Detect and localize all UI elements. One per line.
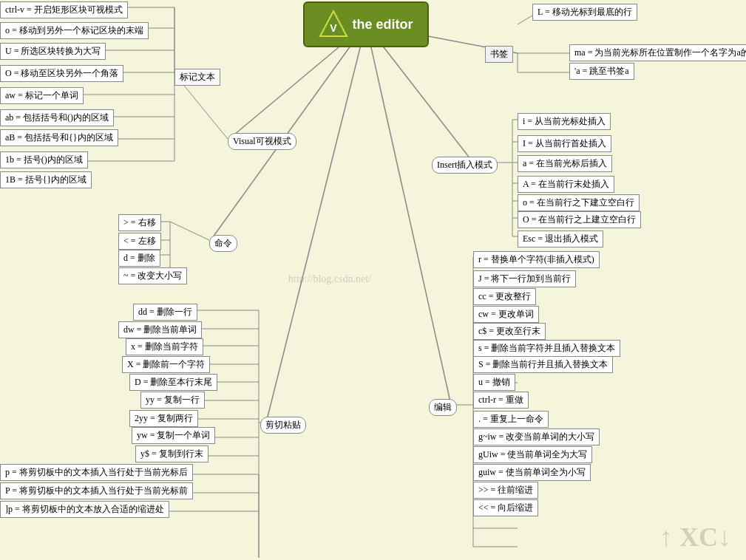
watermark-text: http://blog.csdn.net/ <box>288 273 371 285</box>
node-edit-mode: 编辑 <box>429 399 457 416</box>
cmd-item-0: > = 右移 <box>118 214 161 231</box>
ins-item-3: A = 在当前行末处插入 <box>518 176 614 193</box>
visual-item-3: O = 移动至区块另外一个角落 <box>0 65 123 82</box>
cp-item-11: ]p = 将剪切板中的文本放入合适的缩进处 <box>0 501 169 518</box>
svg-line-4 <box>266 24 366 423</box>
mindmap-container: V the editor L = 移动光标到最底的行 书签 ma = 为当前光标… <box>0 0 746 560</box>
node-bookmark-0: ma = 为当前光标所在位置制作一个名字为a的书签 <box>569 44 746 61</box>
visual-item-4: aw = 标记一个单词 <box>0 87 84 104</box>
edit-item-1: J = 将下一行加到当前行 <box>473 270 576 287</box>
node-insert-mode: Insert插入模式 <box>432 157 498 174</box>
cp-item-7: yw = 复制一个单词 <box>132 427 215 444</box>
node-mark-text: 标记文本 <box>174 69 220 86</box>
cp-item-1: dw = 删除当前单词 <box>118 321 202 338</box>
edit-item-7: u = 撤销 <box>473 374 515 391</box>
ins-item-5: O = 在当前行之上建立空白行 <box>518 211 641 228</box>
edit-item-14: << = 向后缩进 <box>473 499 538 516</box>
visual-mode-label: Visual可视模式 <box>233 136 291 146</box>
command-mode-label: 命令 <box>214 238 232 248</box>
ins-item-4: o = 在当前行之下建立空白行 <box>518 194 640 211</box>
svg-line-3 <box>366 24 451 405</box>
cp-item-3: X = 删除前一个字符 <box>122 356 210 373</box>
edit-item-10: g~iw = 改变当前单词的大小写 <box>473 428 600 445</box>
visual-item-0: ctrl-v = 开启矩形区块可视模式 <box>0 1 128 18</box>
svg-line-18 <box>170 222 209 240</box>
edit-item-2: cc = 更改整行 <box>473 288 536 305</box>
visual-item-7: 1b = 括号()内的区域 <box>0 151 88 168</box>
svg-text:V: V <box>330 22 338 34</box>
edit-item-9: . = 重复上一命令 <box>473 411 549 428</box>
node-command-mode: 命令 <box>209 235 237 252</box>
svg-line-1 <box>211 24 366 240</box>
cp-item-8: y$ = 复制到行末 <box>135 445 208 462</box>
cp-item-0: dd = 删除一行 <box>133 304 197 321</box>
edit-item-5: s = 删除当前字符并且插入替换文本 <box>473 340 620 357</box>
visual-item-5: ab = 包括括号和()内的区域 <box>0 109 114 126</box>
visual-item-6: aB = 包括括号和{}内的区域 <box>0 129 118 146</box>
node-visual-mode: Visual可视模式 <box>228 133 296 150</box>
vim-logo-icon: V <box>319 10 348 39</box>
cp-item-10: P = 将剪切板中的文本插入当行处于当前光标前 <box>0 482 193 499</box>
edit-item-6: S = 删除当前行并且插入替换文本 <box>473 356 613 373</box>
edit-item-4: c$ = 更改至行末 <box>473 323 546 340</box>
node-move-L: L = 移动光标到最底的行 <box>532 4 637 21</box>
edit-mode-label: 编辑 <box>434 402 452 412</box>
insert-mode-label: Insert插入模式 <box>437 160 492 170</box>
visual-item-1: o = 移动到另外一个标记区块的末端 <box>0 22 149 39</box>
title-text: the editor <box>352 17 413 33</box>
edit-item-3: cw = 更改单词 <box>473 306 539 323</box>
edit-item-8: ctrl-r = 重做 <box>473 392 529 409</box>
cmd-item-3: ~ = 改变大小写 <box>118 267 187 284</box>
edit-item-13: >> = 往前缩进 <box>473 482 538 499</box>
title-box: V the editor <box>303 1 429 47</box>
node-bookmark-label: 书签 <box>485 46 513 63</box>
visual-item-2: U = 所选区块转换为大写 <box>0 43 106 60</box>
watermark-bottom: ↑ XC↓ <box>659 522 731 553</box>
ins-item-6: Esc = 退出插入模式 <box>518 231 603 247</box>
edit-item-11: gUiw = 使当前单词全为大写 <box>473 446 592 463</box>
cp-item-4: D = 删除至本行末尾 <box>129 374 217 391</box>
ins-item-0: i = 从当前光标处插入 <box>518 113 611 130</box>
ins-item-1: I = 从当前行首处插入 <box>518 135 611 152</box>
ins-item-2: a = 在当前光标后插入 <box>518 155 612 172</box>
cut-paste-label: 剪切粘贴 <box>265 420 301 430</box>
cmd-item-1: < = 左移 <box>118 233 161 250</box>
cmd-item-2: d = 删除 <box>118 250 160 267</box>
cp-item-2: x = 删除当前字符 <box>126 338 203 355</box>
visual-item-8: 1B = 括号{}内的区域 <box>0 171 92 188</box>
cp-item-6: 2yy = 复制两行 <box>129 410 198 427</box>
edit-item-0: r = 替换单个字符(非插入模式) <box>473 251 600 268</box>
edit-item-12: guiw = 使当前单词全为小写 <box>473 464 591 481</box>
node-bookmark-1: 'a = 跳至书签a <box>569 63 634 80</box>
node-cut-paste: 剪切粘贴 <box>260 417 306 434</box>
cp-item-9: p = 将剪切板中的文本插入当行处于当前光标后 <box>0 464 193 481</box>
mark-text-label: 标记文本 <box>180 72 215 82</box>
cp-item-5: yy = 复制一行 <box>140 392 205 409</box>
